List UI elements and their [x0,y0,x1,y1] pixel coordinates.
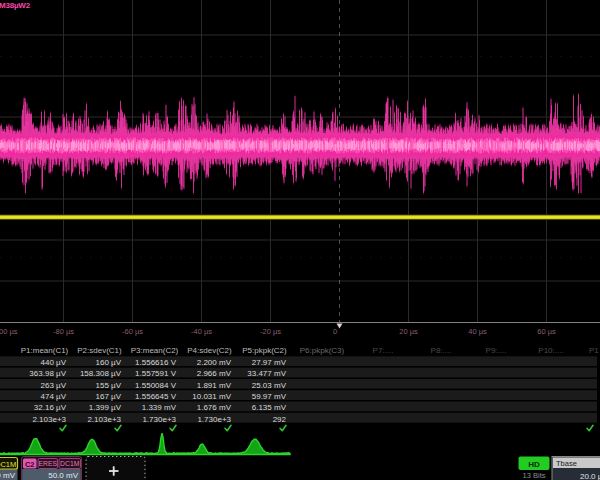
svg-text:1.730e+3: 1.730e+3 [142,415,176,424]
svg-text:P9:....: P9:.... [486,346,507,355]
svg-text:1.557591 V: 1.557591 V [135,369,177,378]
svg-text:-40 µs: -40 µs [191,327,212,336]
svg-text:P1: P1 [589,346,599,355]
svg-text:P1:mean(C1): P1:mean(C1) [21,346,69,355]
svg-text:P8:....: P8:.... [431,346,452,355]
svg-text:32.16 µV: 32.16 µV [34,403,67,412]
svg-text:P3:mean(C2): P3:mean(C2) [131,346,179,355]
svg-text:1.730e+3: 1.730e+3 [197,415,231,424]
svg-text:160 µV: 160 µV [95,358,121,367]
svg-text:1.339 mV: 1.339 mV [142,403,177,412]
svg-text:1.676 mV: 1.676 mV [197,403,232,412]
svg-text:P5:pkpk(C2): P5:pkpk(C2) [242,346,287,355]
svg-text:P6:pkpk(C3): P6:pkpk(C3) [300,346,345,355]
svg-text:ERES: ERES [38,460,57,467]
svg-text:P4:sdev(C2): P4:sdev(C2) [187,346,232,355]
svg-text:363.98 µV: 363.98 µV [29,369,66,378]
svg-text:HD: HD [528,460,540,469]
svg-text:474 µV: 474 µV [40,392,66,401]
svg-text:155 µV: 155 µV [95,381,121,390]
svg-text:60 µs: 60 µs [537,327,556,336]
svg-text:440 µV: 440 µV [40,358,66,367]
svg-text:10.031 mV: 10.031 mV [192,392,231,401]
svg-text:292: 292 [273,415,287,424]
svg-text:167 µV: 167 µV [95,392,121,401]
svg-text:1.550084 V: 1.550084 V [135,381,177,390]
svg-text:25.03 mV: 25.03 mV [252,381,287,390]
svg-text:2.966 mV: 2.966 mV [197,369,232,378]
svg-text:-20 µs: -20 µs [260,327,281,336]
svg-text:P10:....: P10:.... [538,346,563,355]
svg-text:2.103e+3: 2.103e+3 [87,415,121,424]
svg-text:Tbase: Tbase [556,459,577,468]
svg-text:27.97 mV: 27.97 mV [252,358,287,367]
svg-text:1.556645 V: 1.556645 V [135,392,177,401]
svg-text:50.0 mV: 50.0 mV [0,471,16,480]
svg-text:158.308 µV: 158.308 µV [80,369,122,378]
svg-text:C2: C2 [25,460,35,469]
svg-text:263 µV: 263 µV [40,381,66,390]
svg-text:-60 µs: -60 µs [122,327,143,336]
svg-text:1.556616 V: 1.556616 V [135,358,177,367]
svg-text:1.399 µV: 1.399 µV [89,403,122,412]
svg-text:DC1M: DC1M [0,460,16,469]
svg-text:00 µs: 00 µs [0,327,18,336]
svg-text:33.477 mV: 33.477 mV [247,369,286,378]
svg-text:2.200 mV: 2.200 mV [197,358,232,367]
svg-text:50.0 mV: 50.0 mV [48,471,78,480]
svg-text:P2:sdev(C1): P2:sdev(C1) [77,346,122,355]
svg-text:2.103e+3: 2.103e+3 [32,415,66,424]
svg-text:1.891 mV: 1.891 mV [197,381,232,390]
svg-text:6.135 mV: 6.135 mV [252,403,287,412]
svg-text:13 Bits: 13 Bits [523,471,546,480]
svg-text:P7:....: P7:.... [373,346,394,355]
svg-text:20.0 µs: 20.0 µs [580,472,600,480]
svg-text:-80 µs: -80 µs [53,327,74,336]
svg-text:59.97 mV: 59.97 mV [252,392,287,401]
svg-text:40 µs: 40 µs [468,327,487,336]
svg-text:M38µW2: M38µW2 [0,1,31,10]
svg-text:0: 0 [333,327,337,336]
svg-text:20 µs: 20 µs [399,327,418,336]
svg-text:DC1M: DC1M [60,460,80,467]
